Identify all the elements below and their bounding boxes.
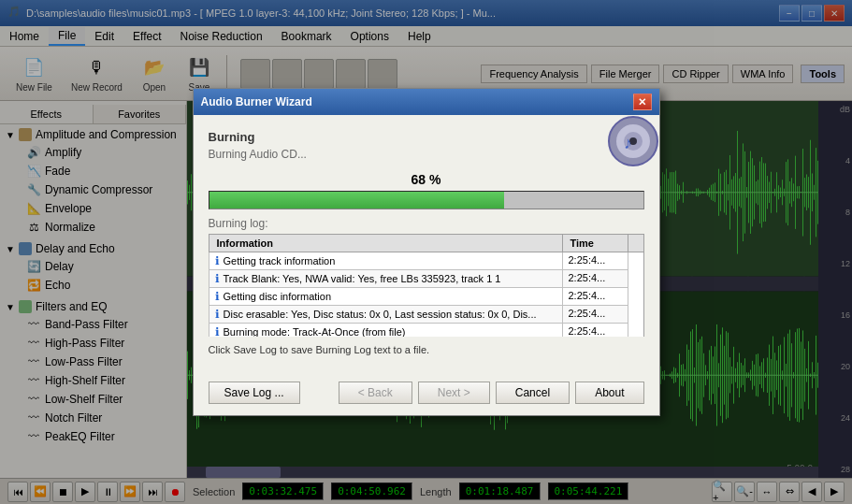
dialog-footer: Save Log ... < Back Next > Cancel About xyxy=(194,374,659,415)
log-row-2-icon: ℹ xyxy=(215,272,220,285)
log-section: Burning log: Information Time ℹ xyxy=(209,217,644,337)
log-row-5-time: 2:25:4... xyxy=(562,324,628,338)
progress-label: 68 % xyxy=(209,172,644,187)
log-row-1-time: 2:25:4... xyxy=(562,252,628,270)
cancel-button[interactable]: Cancel xyxy=(496,382,570,404)
log-row-3-icon: ℹ xyxy=(215,290,220,303)
log-col-time: Time xyxy=(562,235,628,252)
save-log-hint: Click Save Log to save Burning Log text … xyxy=(209,344,644,355)
progress-bar-background xyxy=(209,191,644,209)
dialog-burning-title: Burning xyxy=(209,130,644,144)
log-row-1-icon: ℹ xyxy=(215,254,220,267)
dialog-body: ♪ Burning Burning Audio CD... 68 % Burni… xyxy=(194,115,659,374)
log-col-scroll xyxy=(628,235,643,252)
dialog-title-text: Audio Burner Wizard xyxy=(201,95,633,108)
log-row: ℹBurning mode: Track-At-Once (from file)… xyxy=(209,324,643,338)
log-row: ℹGetting disc information 2:25:4... xyxy=(209,288,643,306)
dialog-section-header: Burning Burning Audio CD... xyxy=(209,130,644,161)
audio-burner-dialog: Audio Burner Wizard ✕ ♪ Burning Burning … xyxy=(193,88,660,416)
log-row-3-time: 2:25:4... xyxy=(562,288,628,306)
log-scrollable[interactable]: Information Time ℹGetting track informat… xyxy=(209,234,644,337)
svg-text:♪: ♪ xyxy=(624,134,632,152)
next-button-dialog[interactable]: Next > xyxy=(418,382,490,404)
log-row-1-text: Getting track information xyxy=(224,255,336,266)
dialog-close-button[interactable]: ✕ xyxy=(633,94,652,110)
log-title: Burning log: xyxy=(209,217,644,230)
log-row-5-icon: ℹ xyxy=(215,325,220,337)
cd-icon: ♪ xyxy=(607,115,659,167)
log-row: ℹDisc erasable: Yes, Disc status: 0x 0, … xyxy=(209,306,643,324)
save-log-button[interactable]: Save Log ... xyxy=(209,382,300,404)
progress-container: 68 % xyxy=(209,172,644,209)
log-row-2-time: 2:25:4... xyxy=(562,270,628,288)
log-col-info: Information xyxy=(209,235,562,252)
dialog-burning-sub: Burning Audio CD... xyxy=(209,148,644,161)
log-row-4-icon: ℹ xyxy=(215,308,220,321)
about-button[interactable]: About xyxy=(575,382,643,404)
dialog-overlay: Audio Burner Wizard ✕ ♪ Burning Burning … xyxy=(0,0,852,504)
log-row: ℹGetting track information 2:25:4... xyxy=(209,252,643,270)
log-row-4-time: 2:25:4... xyxy=(562,306,628,324)
log-row-4-text: Disc erasable: Yes, Disc status: 0x 0, L… xyxy=(224,309,537,320)
log-row-3-text: Getting disc information xyxy=(224,291,332,302)
dialog-title-bar: Audio Burner Wizard ✕ xyxy=(194,89,659,115)
back-button[interactable]: < Back xyxy=(339,382,412,404)
progress-bar-fill xyxy=(209,192,505,209)
log-table: Information Time ℹGetting track informat… xyxy=(209,234,644,337)
log-row-2-text: Track Blank: Yes, NWA valid: Yes, free L… xyxy=(224,273,501,284)
log-row: ℹTrack Blank: Yes, NWA valid: Yes, free … xyxy=(209,270,643,288)
log-row-5-text: Burning mode: Track-At-Once (from file) xyxy=(224,326,406,337)
